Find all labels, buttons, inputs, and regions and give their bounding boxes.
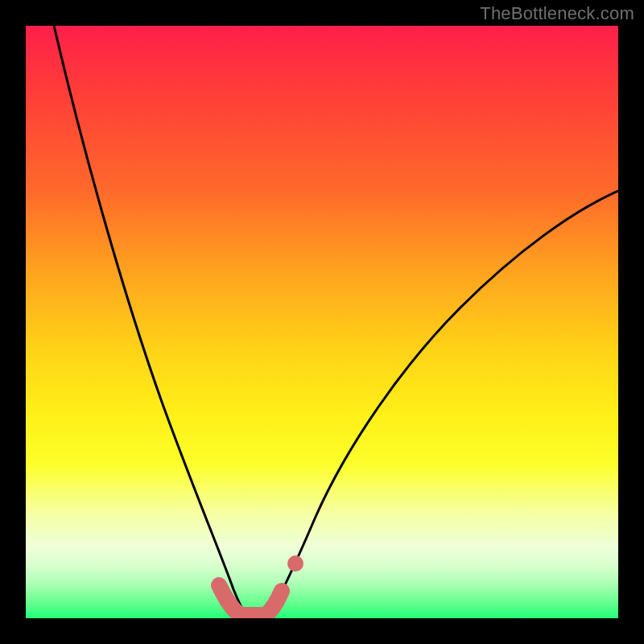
optimal-highlight: [26, 26, 618, 618]
optimal-dot: [287, 555, 303, 572]
watermark-text: TheBottleneck.com: [480, 3, 634, 24]
plot-area: [26, 26, 618, 618]
chart-frame: TheBottleneck.com: [0, 0, 644, 644]
optimal-u: [219, 585, 282, 615]
